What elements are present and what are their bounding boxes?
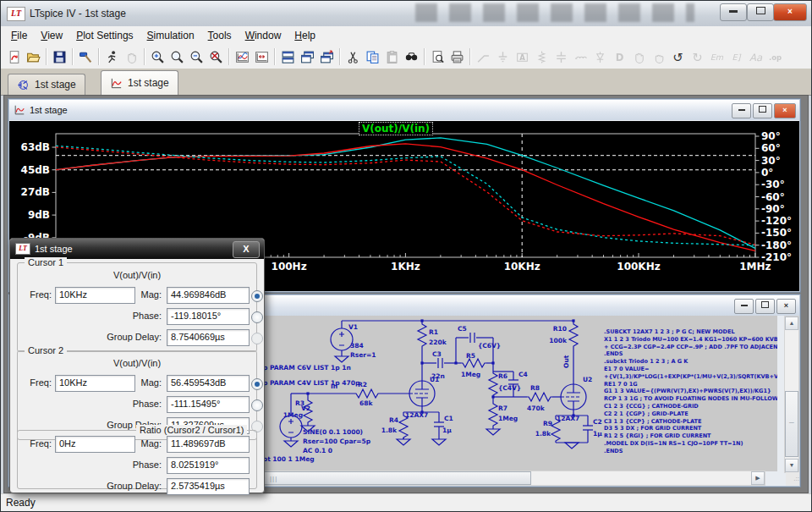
plot-close-button[interactable]: × [774,103,796,118]
maximize-button[interactable] [747,3,774,21]
paste-icon [382,47,402,67]
phase-label: Phase: [69,399,162,409]
menu-tools[interactable]: Tools [201,28,239,43]
select-trace-radio[interactable] [251,290,263,302]
zoom-area-icon[interactable] [167,47,187,67]
plot-restore-button[interactable] [753,103,772,118]
svg-text:X1 1 2 3 Triodo MU=100 EX=1.4: X1 1 2 3 Triodo MU=100 EX=1.4 KG1=1060 K… [604,336,777,343]
svg-text:-150°: -150° [761,227,792,239]
cascade-new-icon[interactable] [317,47,337,67]
print-preview-icon[interactable] [428,47,447,67]
group-delay-value[interactable]: 2.5735419µs [167,478,250,495]
schematic-minimize-button[interactable] [734,299,754,314]
svg-text:1Meg: 1Meg [283,411,303,419]
svg-text:R5: R5 [466,352,475,360]
cursor-row: Group Delay:2.5735419µs [18,478,256,495]
minimize-button[interactable] [720,3,747,21]
svg-text:C4: C4 [518,371,528,378]
close-button[interactable]: × [773,3,807,21]
svg-text:Rser=1: Rser=1 [350,351,376,359]
cascade-icon[interactable] [298,47,317,67]
schematic-restore-button[interactable] [755,299,775,314]
svg-text:-90°: -90° [761,203,785,215]
plot-minimize-button[interactable] [732,103,751,118]
toolbar-separator [46,48,47,65]
cursor-dialog-titlebar[interactable]: LT 1st stage [10,239,264,259]
tab-schematic-1st-stage[interactable]: 1st stage [8,74,85,95]
waveform-pane-icon[interactable] [233,47,252,67]
group-legend: Ratio (Cursor2 / Cursor1) [136,425,247,435]
plot-window-titlebar[interactable]: 1st stage × [9,100,799,120]
zoom-full-icon[interactable] [206,47,226,67]
mag-value[interactable]: 11.489697dB [167,436,250,453]
toolbar-separator [228,48,230,65]
find-icon[interactable] [402,47,421,67]
trace-name-header: V(out)/V(in) [18,270,256,280]
zoom-out-icon[interactable] [187,47,206,67]
svg-text:0°: 0° [761,167,773,179]
cut-icon[interactable] [343,47,363,67]
control-panel-icon[interactable] [76,47,96,67]
menu-file[interactable]: File [4,28,34,43]
cursor-dialog: LT 1st stage X Cursor 1V(out)/V(in)Freq:… [9,238,265,493]
phase-value[interactable]: -119.18015° [167,308,250,325]
tab-label: 1st stage [128,77,169,89]
menu-plot-settings[interactable]: Plot Settings [69,28,140,43]
capacitor-icon [551,47,571,67]
text-icon [746,47,765,67]
tab-waveform-1st-stage[interactable]: 1st stage [101,70,178,95]
main-titlebar[interactable]: LT LTspice IV - 1st stage × [1,1,811,27]
run-icon[interactable] [102,47,122,67]
group-delay-value[interactable]: 8.7540669µs [167,329,250,346]
svg-text:100Hz: 100Hz [272,261,307,273]
select-trace-radio[interactable] [251,333,263,344]
mag-value[interactable]: 44.969846dB [167,287,250,304]
cursor-dialog-close-button[interactable]: X [233,241,260,258]
svg-text:RE1 7 0 1G: RE1 7 0 1G [604,381,638,388]
menu-simulation[interactable]: Simulation [140,28,201,43]
svg-text:p PARAM C4V LIST 1p 470p: p PARAM C4V LIST 1p 470p [263,379,360,387]
open-icon[interactable] [24,47,43,67]
schematic-close-button[interactable]: × [776,299,796,314]
scroll-right-icon[interactable]: ▶ [751,471,765,485]
toolbar-separator [469,48,471,65]
svg-text:R7: R7 [498,405,508,412]
phase-value[interactable]: 8.0251919° [167,457,250,474]
new-schematic-icon[interactable] [4,47,24,67]
tile-horizontal-icon[interactable] [278,47,298,67]
wire-icon [474,47,493,67]
scroll-up-icon[interactable]: ▲ [785,317,798,330]
toolbar-separator [98,48,100,65]
trace-label[interactable]: V(out)/V(in) [359,122,433,135]
menu-view[interactable]: View [34,28,69,43]
svg-text:68k: 68k [359,399,373,407]
menu-window[interactable]: Window [239,28,288,43]
menu-help[interactable]: Help [288,28,322,43]
select-trace-radio[interactable] [251,311,263,323]
halt-icon [122,47,141,67]
save-icon[interactable] [50,47,69,67]
axis-limits-icon[interactable] [252,47,272,67]
waveform-window-icon [14,104,25,116]
tabbar: 1st stage 1st stage [1,69,811,96]
copy-icon[interactable] [363,47,382,67]
cursor-row: Freq:10KHzMag:44.969846dB [18,287,256,304]
phase-value[interactable]: -111.15495° [167,396,250,413]
svg-text:.MODEL DX D(IS=1N RS=1 CJO=10P: .MODEL DX D(IS=1N RS=1 CJO=10PF TT=1N) [604,440,743,447]
svg-text:.SUBCKT 12AX7 1 2 3 ; P G C;: .SUBCKT 12AX7 1 2 3 ; P G C; NEW MODEL [604,328,735,335]
toolbar-separator [339,48,341,65]
mag-value[interactable]: 56.459543dB [167,375,250,392]
screen: LT LTspice IV - 1st stage × FileViewPlot… [0,0,812,512]
svg-text:12AX7: 12AX7 [405,411,428,419]
scroll-down-icon[interactable]: ▼ [785,459,798,472]
select-trace-radio[interactable] [251,399,263,411]
svg-text:220k: 220k [429,339,447,346]
undo-icon[interactable] [668,47,688,67]
select-trace-radio[interactable] [251,378,263,390]
resize-grip[interactable]: .:: [786,472,799,486]
mag-label: Mag: [69,438,162,449]
schematic-vertical-scrollbar[interactable]: ▲ ─ ▼ [784,316,799,473]
svg-text:.ENDS: .ENDS [604,448,623,454]
print-icon[interactable] [447,47,467,67]
zoom-in-icon[interactable] [148,47,167,67]
